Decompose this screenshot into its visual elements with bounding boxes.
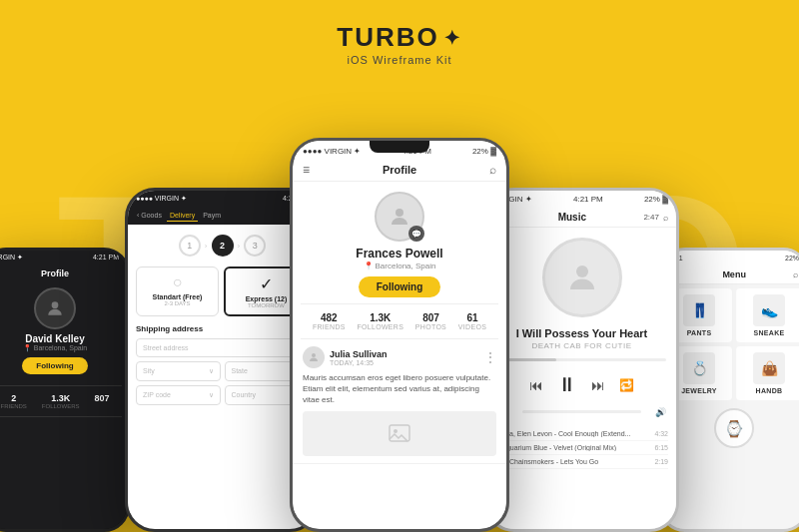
category-handbags[interactable]: 👜 HANDB — [736, 346, 799, 400]
zip-field[interactable]: ZIP code∨ — [136, 385, 221, 405]
jewelry-icon: 💍 — [683, 352, 715, 384]
feed-time: TODAY, 14:35 — [330, 359, 388, 366]
stat-photos: 807 PHOTOS — [415, 312, 446, 330]
watch-icon: ⌚ — [714, 408, 754, 448]
shopping-search-icon[interactable]: ⌕ — [793, 269, 798, 279]
next-button[interactable]: ⏭ — [591, 377, 605, 393]
queue-item-1-duration: 4:32 — [654, 430, 668, 437]
profile-avatar: 💬 — [375, 192, 424, 242]
feed-author-info: Julia Sullivan TODAY, 14:35 — [330, 349, 388, 366]
music-controls: ⏮ ⏸ ⏭ 🔁 — [487, 369, 676, 400]
svg-point-2 — [312, 353, 316, 357]
dark-profile-info: David Kelley 📍 Barcelona, Spain Followin… — [0, 282, 127, 379]
feed-avatar — [303, 346, 325, 368]
brand-name: TURBO — [337, 22, 438, 53]
music-nav-title: Music — [558, 212, 586, 223]
volume-control: 🔈 🔊 — [487, 400, 676, 423]
far-left-carrier: VIRGIN ✦ — [0, 254, 23, 262]
stat-friends: 482 FRIENDS — [313, 312, 346, 330]
left-status-bar: ●●●● VIRGIN ✦ 4:21 PM — [128, 191, 317, 207]
profile-nav-title: Profile — [383, 164, 416, 176]
dark-stat-followers: 1.3K FOLLOWERS — [42, 393, 80, 409]
brand-subtitle: iOS Wireframe Kit — [337, 54, 461, 66]
feed-text: Mauris accumsan eros eget libero posuere… — [303, 372, 496, 406]
dark-profile-location: 📍 Barcelona, Spain — [23, 344, 87, 352]
standard-days: 2-3 DAYS — [143, 300, 212, 306]
sneakers-label: SNEAKE — [742, 329, 796, 336]
music-artist: Death Cab for Cutie — [487, 341, 676, 350]
dark-status-bar: VIRGIN ✦ 4:21 PM — [0, 251, 127, 265]
following-button[interactable]: Following — [359, 276, 441, 297]
hamburger-icon[interactable]: ≡ — [303, 163, 310, 177]
step-arrow-1: › — [205, 242, 208, 251]
phone-right: VIRGIN ✦ 4:21 PM 22% ▓ ≡ Music 2:47 ⌕ I … — [484, 188, 679, 532]
pants-label: PANTS — [672, 329, 726, 336]
dark-profile-nav: Profile — [0, 265, 127, 282]
main-carrier: ●●●● VIRGIN ✦ — [303, 147, 361, 156]
dark-stat-photos: 807 — [94, 393, 109, 409]
queue-item-1[interactable]: prada, Elen Levon - Cool Enough (Extend.… — [495, 427, 668, 441]
left-carrier: ●●●● VIRGIN ✦ — [136, 195, 187, 203]
music-screen: VIRGIN ✦ 4:21 PM 22% ▓ ≡ Music 2:47 ⌕ I … — [487, 191, 676, 529]
profile-nav: ≡ Profile ⌕ — [293, 159, 506, 182]
svg-point-0 — [52, 301, 59, 308]
standard-name: Standart (Free) — [143, 293, 212, 300]
far-left-time: 4:21 PM — [93, 254, 119, 262]
far-right-status-bar: 4:21 22% — [662, 251, 799, 266]
far-right-battery: 22% — [785, 255, 799, 262]
feed-item-header: Julia Sullivan TODAY, 14:35 ⋮ — [303, 346, 496, 368]
zip-country-row: ZIP code∨ Country∨ — [136, 385, 309, 405]
volume-slider[interactable] — [522, 410, 641, 413]
profile-screen: ●●●● VIRGIN ✦ 4:21 PM 22% ▓ ≡ Profile ⌕ … — [293, 141, 506, 529]
main-notch — [370, 141, 429, 153]
city-field[interactable]: Sity∨ — [136, 361, 221, 381]
stat-followers: 1.3K FOLLOWERS — [357, 312, 403, 330]
brand-title: TURBO ✦ — [337, 22, 461, 53]
play-pause-button[interactable]: ⏸ — [557, 373, 577, 396]
category-sneakers[interactable]: 👟 SNEAKE — [736, 288, 799, 342]
music-time-display: 2:47 — [643, 213, 659, 222]
feed-image — [303, 411, 496, 456]
tab-goods[interactable]: ‹ Goods — [134, 210, 165, 222]
nav-search-icon[interactable]: ⌕ — [489, 163, 496, 177]
svg-point-1 — [396, 209, 403, 217]
stat-videos: 61 VIDEOS — [458, 312, 486, 330]
city-state-row: Sity∨ State∨ — [136, 361, 309, 381]
queue-item-2[interactable]: Jacquarium Blue - Velvet (Original Mix) … — [495, 441, 668, 455]
shipping-options: ○ Standart (Free) 2-3 DAYS ✓ Express (12… — [128, 266, 317, 324]
queue-item-1-title: prada, Elen Levon - Cool Enough (Extend.… — [495, 430, 654, 437]
profile-header: 💬 Frances Powell 📍Barcelona, Spain Follo… — [293, 182, 506, 303]
volume-high-icon: 🔊 — [655, 407, 666, 417]
tab-delivery[interactable]: Delivery — [167, 210, 198, 222]
shopping-screen: 4:21 22% ≡ Menu ⌕ 👖 PANTS 👟 SNEAKE 💍 JEW… — [662, 251, 799, 529]
street-address-field[interactable]: Street address — [136, 338, 309, 357]
music-nav: ≡ Music 2:47 ⌕ — [487, 208, 676, 228]
step-arrow-2: › — [238, 242, 241, 251]
prev-button[interactable]: ⏮ — [529, 377, 543, 393]
tab-payment[interactable]: Paym — [200, 210, 224, 222]
feed-more-icon[interactable]: ⋮ — [484, 350, 496, 364]
svg-point-5 — [576, 266, 588, 277]
standard-icon: ○ — [143, 273, 212, 291]
music-nav-right: 2:47 ⌕ — [643, 213, 668, 223]
repeat-button[interactable]: 🔁 — [619, 378, 634, 392]
dark-profile-stats: 2 FRIENDS 1.3K FOLLOWERS 807 — [0, 385, 122, 417]
music-album-art — [542, 238, 622, 317]
svg-rect-3 — [390, 425, 409, 441]
music-progress-bar[interactable] — [497, 358, 666, 361]
sneakers-icon: 👟 — [753, 294, 785, 326]
queue-item-3[interactable]: The Chainsmokers - Lets You Go 2:19 — [495, 455, 668, 469]
step-3: 3 — [244, 235, 266, 257]
dark-following-button[interactable]: Following — [22, 357, 87, 374]
profile-location: 📍Barcelona, Spain — [364, 262, 436, 270]
shipping-standard[interactable]: ○ Standart (Free) 2-3 DAYS — [136, 266, 219, 316]
right-battery: 22% ▓ — [644, 195, 668, 204]
handbags-label: HANDB — [742, 387, 796, 394]
right-status-bar: VIRGIN ✦ 4:21 PM 22% ▓ — [487, 191, 676, 208]
music-search-icon[interactable]: ⌕ — [663, 213, 668, 223]
main-battery: 22% ▓ — [472, 147, 496, 156]
profile-name: Frances Powell — [356, 247, 442, 261]
dark-stat-friends: 2 FRIENDS — [0, 393, 26, 409]
dark-profile-screen: VIRGIN ✦ 4:21 PM Profile David Kelley 📍 … — [0, 251, 127, 529]
shopping-bottom-item: ⌚ — [662, 408, 799, 448]
